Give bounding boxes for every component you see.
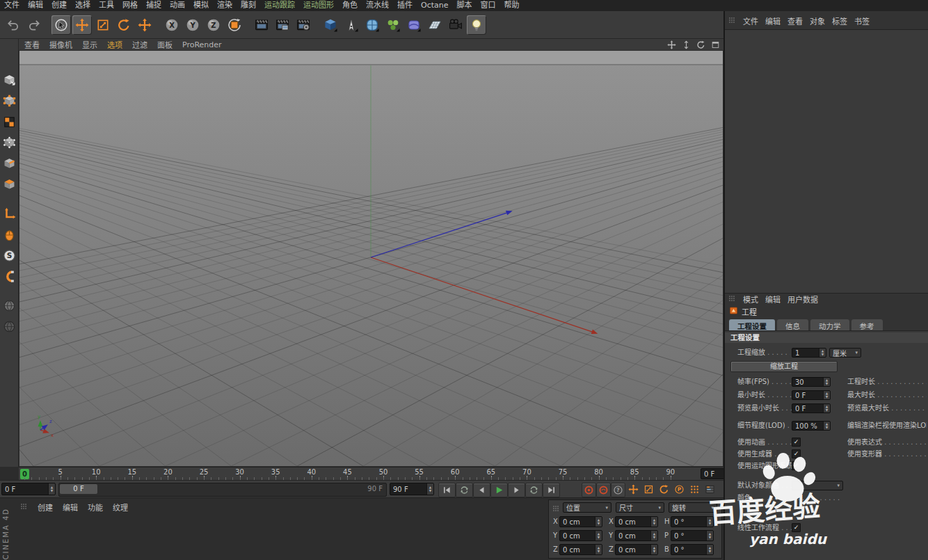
object-manager-menu-item[interactable]: 书签 — [854, 15, 870, 26]
menu-item[interactable]: 帮助 — [500, 0, 524, 11]
end-frame-input[interactable]: 90 F▲▼ — [390, 483, 434, 495]
material-menu-item[interactable]: 功能 — [88, 502, 103, 513]
attribute-manager-grip-icon[interactable] — [728, 294, 736, 305]
render-picture-viewer-button[interactable] — [273, 15, 292, 35]
viewport-menu-item[interactable]: 面板 — [157, 39, 173, 50]
menu-item[interactable]: 窗口 — [477, 0, 500, 11]
material-menu-item[interactable]: 创建 — [38, 502, 53, 513]
lock-x-axis-button[interactable]: X — [162, 15, 182, 35]
move-tool[interactable] — [72, 15, 92, 35]
record-keyframe-button[interactable] — [582, 483, 596, 497]
menu-item[interactable]: 流水线 — [362, 0, 393, 11]
attribute-input[interactable]: 100 %▲▼ — [792, 421, 831, 431]
spinner-arrows-icon[interactable]: ▲▼ — [650, 545, 657, 554]
attribute-input[interactable]: 0 F▲▼ — [792, 390, 831, 400]
viewport-menu-item[interactable]: 显示 — [82, 39, 97, 50]
attribute-menu-item[interactable]: 用户数据 — [787, 294, 818, 305]
spinner-arrows-icon[interactable]: ▲▼ — [823, 378, 830, 386]
key-scale-button[interactable] — [641, 483, 655, 496]
key-rotation-button[interactable] — [657, 483, 671, 496]
goto-end-button[interactable] — [543, 483, 560, 497]
goto-start-button[interactable] — [438, 483, 456, 497]
render-settings-button[interactable] — [294, 15, 313, 35]
spinner-arrows-icon[interactable]: ▲▼ — [823, 404, 830, 413]
lock-workplane-button[interactable] — [1, 319, 17, 334]
menu-item[interactable]: 选择 — [71, 0, 95, 11]
camera-button[interactable] — [446, 15, 465, 35]
timeline-slider[interactable]: 0 F90 F — [58, 483, 387, 497]
menu-item[interactable]: 插件 — [393, 0, 417, 11]
loop-button[interactable] — [525, 483, 543, 497]
spinner-arrows-icon[interactable]: ▲▼ — [706, 517, 713, 527]
checkbox[interactable]: ✓ — [792, 461, 801, 470]
subdivision-surface-button[interactable] — [362, 15, 382, 35]
spinner-arrows-icon[interactable]: ▲▼ — [823, 391, 830, 399]
object-manager-grip-icon[interactable] — [728, 16, 736, 26]
spinner-arrows-icon[interactable]: ▲▼ — [595, 517, 602, 527]
menu-item[interactable]: 网格 — [118, 0, 142, 11]
autokey-button[interactable] — [596, 483, 611, 497]
scale-project-button[interactable]: 缩放工程 — [730, 361, 838, 372]
dolly-view-icon[interactable] — [681, 40, 691, 49]
spinner-arrows-icon[interactable]: ▲▼ — [595, 545, 602, 554]
slider-handle[interactable]: 0 F — [60, 484, 97, 494]
light-button[interactable] — [467, 15, 486, 35]
material-menu-item[interactable]: 纹理 — [113, 502, 128, 513]
undo-button[interactable] — [3, 15, 23, 35]
rotate-view-icon[interactable] — [696, 40, 706, 49]
timeline-panel-button[interactable] — [703, 483, 717, 496]
menu-item[interactable]: 运动图形 — [299, 0, 338, 11]
pen-tool-button[interactable] — [342, 15, 361, 35]
pan-view-icon[interactable] — [666, 40, 677, 49]
attribute-tab[interactable]: 工程设置 — [729, 319, 775, 330]
coordinate-input[interactable]: 0 cm▲▼ — [615, 516, 658, 527]
rotate-tool[interactable] — [114, 15, 134, 35]
spinner-arrows-icon[interactable]: ▲▼ — [650, 517, 657, 527]
object-manager-menu-item[interactable]: 编辑 — [765, 15, 781, 26]
menu-item[interactable]: 脚本 — [453, 0, 477, 11]
spinner-arrows-icon[interactable]: ▲▼ — [823, 422, 830, 430]
solo-mode-button[interactable]: S — [1, 248, 17, 263]
spinner-arrows-icon[interactable]: ▲▼ — [595, 531, 602, 541]
menu-item[interactable]: 模拟 — [189, 0, 213, 11]
enable-axis-button[interactable] — [1, 206, 17, 221]
spinner-arrows-icon[interactable]: ▲▼ — [706, 531, 713, 541]
coordinate-input[interactable]: 0 °▲▼ — [671, 516, 714, 527]
coordinate-input[interactable]: 0 °▲▼ — [671, 544, 714, 555]
object-manager-menu-item[interactable]: 文件 — [743, 15, 758, 26]
key-pla-button[interactable] — [687, 483, 701, 496]
add-cube-button[interactable] — [321, 15, 340, 35]
attribute-menu-item[interactable]: 模式 — [743, 294, 758, 305]
mograph-button[interactable] — [383, 15, 403, 35]
attribute-input[interactable]: 0 F▲▼ — [792, 403, 831, 413]
next-frame-button[interactable] — [508, 483, 525, 497]
render-view-button[interactable] — [252, 15, 271, 35]
coordinate-input[interactable]: 0 °▲▼ — [671, 530, 714, 541]
coordinates-mode-select[interactable]: 尺寸▾ — [616, 502, 664, 513]
coordinate-input[interactable]: 0 cm▲▼ — [559, 544, 602, 555]
polygons-mode-button[interactable] — [1, 177, 17, 192]
checkbox[interactable]: ✓ — [792, 438, 801, 447]
project-scale-input[interactable]: 1▲▼ — [792, 348, 826, 358]
scale-tool[interactable] — [93, 15, 113, 35]
attribute-tab[interactable]: 参考 — [851, 319, 883, 330]
viewport-menu-item[interactable]: 选项 — [107, 39, 122, 50]
coordinates-mode-select[interactable]: 旋转▾ — [669, 502, 717, 513]
timeline-ruler[interactable]: 051015202530354045505560657075808590 0 F… — [19, 467, 723, 480]
menu-item[interactable]: 编辑 — [24, 0, 47, 11]
points-mode-button[interactable] — [1, 135, 17, 150]
current-frame-input[interactable]: 0 F▲▼ — [1, 483, 56, 495]
redo-button[interactable] — [24, 15, 44, 35]
live-selection-tool[interactable] — [51, 15, 71, 35]
spinner-arrows-icon[interactable]: ▲▼ — [48, 483, 55, 495]
coordinate-input[interactable]: 0 cm▲▼ — [559, 516, 602, 527]
attribute-tab[interactable]: 动力学 — [810, 319, 849, 330]
key-parameter-button[interactable]: P — [672, 483, 686, 496]
toggle-view-icon[interactable] — [710, 40, 721, 49]
material-panel-grip-icon[interactable] — [19, 502, 28, 513]
coordinate-system-button[interactable] — [225, 15, 244, 35]
object-manager-body[interactable] — [725, 29, 928, 294]
object-manager-menu-item[interactable]: 对象 — [810, 15, 825, 26]
spinner-arrows-icon[interactable]: ▲▼ — [650, 531, 657, 541]
make-editable-button[interactable] — [1, 72, 17, 88]
